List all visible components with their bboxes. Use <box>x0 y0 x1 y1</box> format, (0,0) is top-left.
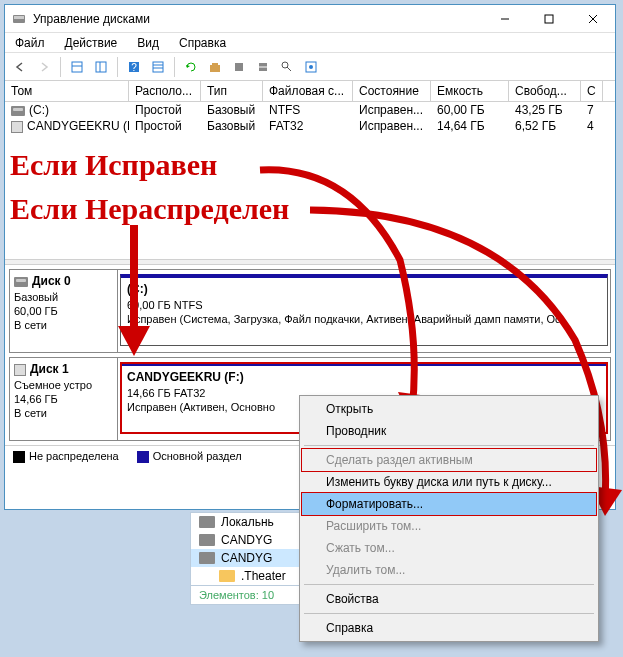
ctx-properties[interactable]: Свойства <box>302 588 596 610</box>
tool4-button[interactable] <box>276 56 298 78</box>
menu-file[interactable]: Файл <box>13 36 47 50</box>
volume-row[interactable]: CANDYGEEKRU (F:) Простой Базовый FAT32 И… <box>5 118 615 134</box>
menu-view[interactable]: Вид <box>135 36 161 50</box>
help-button[interactable]: ? <box>123 56 145 78</box>
ctx-help[interactable]: Справка <box>302 617 596 639</box>
menu-action[interactable]: Действие <box>63 36 120 50</box>
ctx-make-active[interactable]: Сделать раздел активным <box>302 449 596 471</box>
annotation-unallocated: Если Нераспределен <box>10 192 289 226</box>
ctx-format[interactable]: Форматировать... <box>302 493 596 515</box>
col-volume[interactable]: Том <box>5 81 129 101</box>
drive-icon <box>199 534 215 546</box>
column-headers: Том Располо... Тип Файловая с... Состоян… <box>5 81 615 102</box>
ctx-shrink[interactable]: Сжать том... <box>302 537 596 559</box>
disk-info: Диск 0 Базовый 60,00 ГБ В сети <box>10 270 118 352</box>
volume-box-c[interactable]: (C:) 60,00 ГБ NTFS Исправен (Система, За… <box>120 274 608 346</box>
forward-button[interactable] <box>33 56 55 78</box>
maximize-button[interactable] <box>527 5 571 33</box>
refresh-button[interactable] <box>180 56 202 78</box>
svg-text:?: ? <box>131 62 137 73</box>
ctx-open[interactable]: Открыть <box>302 398 596 420</box>
legend-swatch-primary <box>137 451 149 463</box>
drive-icon <box>199 516 215 528</box>
toolbar: ? <box>5 53 615 81</box>
drive-icon <box>11 106 25 116</box>
annotation-healthy: Если Исправен <box>10 148 217 182</box>
ctx-explorer[interactable]: Проводник <box>302 420 596 442</box>
svg-rect-8 <box>96 62 106 72</box>
window-title: Управление дисками <box>33 12 483 26</box>
ctx-delete[interactable]: Удалить том... <box>302 559 596 581</box>
disk-info: Диск 1 Съемное устро 14,66 ГБ В сети <box>10 358 118 440</box>
view1-button[interactable] <box>66 56 88 78</box>
back-button[interactable] <box>9 56 31 78</box>
tool2-button[interactable] <box>228 56 250 78</box>
menu-help[interactable]: Справка <box>177 36 228 50</box>
svg-rect-3 <box>545 15 553 23</box>
disk-icon <box>14 277 28 287</box>
svg-rect-16 <box>212 63 218 66</box>
view3-button[interactable] <box>147 56 169 78</box>
tool5-button[interactable] <box>300 56 322 78</box>
usb-icon <box>11 121 23 133</box>
ctx-change-letter[interactable]: Изменить букву диска или путь к диску... <box>302 471 596 493</box>
minimize-button[interactable] <box>483 5 527 33</box>
drive-icon <box>199 552 215 564</box>
menubar: Файл Действие Вид Справка <box>5 33 615 53</box>
legend-swatch-unalloc <box>13 451 25 463</box>
svg-line-21 <box>287 67 291 71</box>
ctx-separator <box>304 613 594 614</box>
ctx-extend[interactable]: Расширить том... <box>302 515 596 537</box>
usb-icon <box>14 364 26 376</box>
col-status[interactable]: Состояние <box>353 81 431 101</box>
disk-row-0[interactable]: Диск 0 Базовый 60,00 ГБ В сети (C:) 60,0… <box>9 269 611 353</box>
app-icon <box>11 11 27 27</box>
svg-point-23 <box>309 65 313 69</box>
svg-rect-1 <box>14 16 24 19</box>
col-layout[interactable]: Располо... <box>129 81 201 101</box>
folder-icon <box>219 570 235 582</box>
svg-rect-15 <box>210 65 220 72</box>
volume-row[interactable]: (C:) Простой Базовый NTFS Исправен... 60… <box>5 102 615 118</box>
context-menu: Открыть Проводник Сделать раздел активны… <box>299 395 599 642</box>
view2-button[interactable] <box>90 56 112 78</box>
ctx-separator <box>304 584 594 585</box>
col-capacity[interactable]: Емкость <box>431 81 509 101</box>
col-free[interactable]: Свобод... <box>509 81 581 101</box>
col-pct[interactable]: С <box>581 81 603 101</box>
ctx-separator <box>304 445 594 446</box>
titlebar[interactable]: Управление дисками <box>5 5 615 33</box>
col-type[interactable]: Тип <box>201 81 263 101</box>
svg-rect-17 <box>235 63 243 71</box>
col-fs[interactable]: Файловая с... <box>263 81 353 101</box>
tool3-button[interactable] <box>252 56 274 78</box>
svg-rect-12 <box>153 62 163 72</box>
item-count: Элементов: 10 <box>199 589 274 601</box>
svg-rect-6 <box>72 62 82 72</box>
close-button[interactable] <box>571 5 615 33</box>
tool1-button[interactable] <box>204 56 226 78</box>
